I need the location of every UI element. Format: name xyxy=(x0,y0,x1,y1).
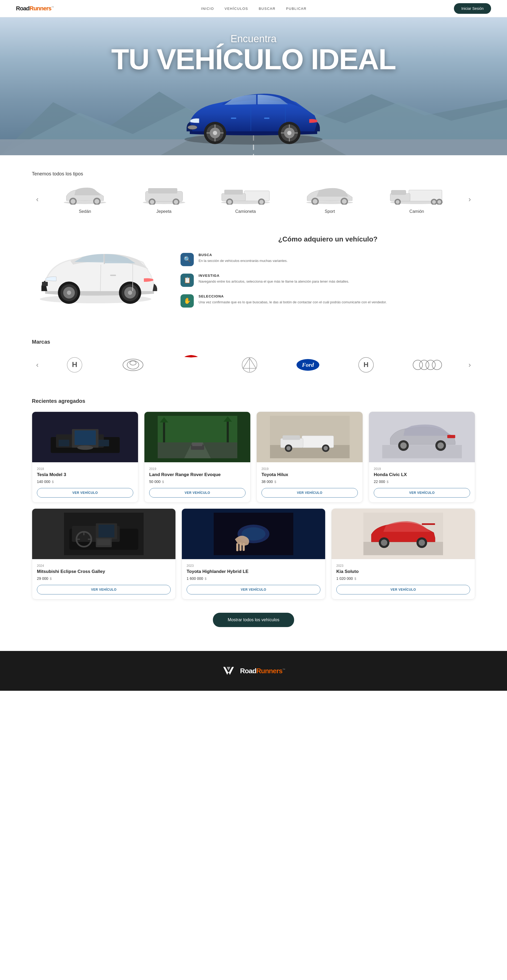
svg-rect-56 xyxy=(391,190,406,194)
footer-logo-text: RoadRunners™ xyxy=(240,667,285,675)
svg-rect-147 xyxy=(364,542,443,555)
show-all-button[interactable]: Mostrar todos los vehículos xyxy=(213,613,294,627)
svg-point-52 xyxy=(342,199,347,204)
brands-prev-btn[interactable]: ‹ xyxy=(32,361,43,369)
card-body-eclipse: 2024 Mitsubishi Eclipse Cross Galley 29 … xyxy=(32,559,175,599)
svg-text:H: H xyxy=(72,360,77,369)
type-item-jepeeta[interactable]: Jepeeta xyxy=(140,185,188,214)
svg-point-39 xyxy=(174,200,178,204)
svg-rect-27 xyxy=(231,118,236,119)
svg-rect-108 xyxy=(227,420,229,442)
brands-next-btn[interactable]: › xyxy=(464,361,475,369)
svg-rect-35 xyxy=(148,188,177,194)
nav-inicio[interactable]: INICIO xyxy=(201,6,214,11)
type-item-camioneta[interactable]: Camioneta xyxy=(219,185,272,214)
card-name-eclipse: Mitsubishi Eclipse Cross Galley xyxy=(37,569,171,574)
login-button[interactable]: Iniciar Sesión xyxy=(454,3,491,14)
btn-ver-kia[interactable]: VER VEHÍCULO xyxy=(336,585,470,594)
btn-ver-hilux[interactable]: VER VEHÍCULO xyxy=(261,488,358,498)
types-prev-btn[interactable]: ‹ xyxy=(32,195,43,204)
btn-ver-tesla[interactable]: VER VEHÍCULO xyxy=(37,488,133,498)
type-item-sport[interactable]: Sport xyxy=(303,185,356,214)
brand-tesla[interactable] xyxy=(179,353,203,377)
card-img-highlander xyxy=(182,509,325,559)
how-step-busca: 🔍 BUSCA En la sección de vehículos encon… xyxy=(180,253,475,266)
card-name-hilux: Toyota Hilux xyxy=(261,472,358,477)
svg-rect-101 xyxy=(59,440,69,446)
card-img-hilux xyxy=(257,412,363,462)
card-img-tesla xyxy=(32,412,138,462)
card-price-tesla: 140 000 $ xyxy=(37,479,133,484)
how-step-investiga-label: INVESTIGA xyxy=(199,274,349,278)
brand-ford[interactable]: Ford xyxy=(296,353,320,377)
footer: RoadRunners™ xyxy=(0,651,507,691)
brand-audi[interactable] xyxy=(413,353,444,377)
svg-point-119 xyxy=(286,446,291,450)
svg-text:Ford: Ford xyxy=(301,361,314,368)
nav-vehiculos[interactable]: VEHÍCULOS xyxy=(225,6,248,11)
svg-point-50 xyxy=(313,199,317,204)
hero-car xyxy=(174,81,333,150)
card-name-landrover: Land Rover Range Rover Evoque xyxy=(149,472,246,477)
how-step-selecciona-label: SELECCIONA xyxy=(199,294,387,298)
types-title: Tenemos todos los tipos xyxy=(32,171,475,177)
svg-line-85 xyxy=(243,358,250,368)
recent-title: Recientes agregados xyxy=(32,398,475,404)
card-highlander: 2023 Toyota Highlander Hybrid LE 1 600 0… xyxy=(182,508,325,600)
svg-point-9 xyxy=(188,125,197,129)
btn-ver-highlander[interactable]: VER VEHÍCULO xyxy=(187,585,320,594)
type-item-sedan[interactable]: Sedán xyxy=(61,185,109,214)
hero-title: TU VEHÍCULO IDEAL xyxy=(0,45,507,74)
card-price-kia: 1 020 000 $ xyxy=(336,576,470,581)
currency-landrover: $ xyxy=(162,480,164,484)
card-img-kia xyxy=(332,509,475,559)
brand-mercedes[interactable] xyxy=(238,353,261,377)
nav-logo: RoadRunners™ xyxy=(16,5,54,12)
logo-text-main: Road xyxy=(16,5,29,12)
how-content: ¿Cómo adquiero un vehículo? 🔍 BUSCA En l… xyxy=(180,235,475,315)
btn-ver-civic[interactable]: VER VEHÍCULO xyxy=(374,488,470,498)
svg-point-58 xyxy=(396,200,400,204)
nav-buscar[interactable]: BUSCAR xyxy=(259,6,276,11)
type-label-camion: Camión xyxy=(409,209,424,214)
svg-rect-145 xyxy=(242,543,245,551)
svg-rect-99 xyxy=(75,430,96,445)
svg-point-30 xyxy=(71,199,75,204)
svg-point-21 xyxy=(287,131,292,135)
footer-logo-accent: Runners xyxy=(256,667,282,675)
type-car-sport xyxy=(303,185,356,206)
how-step-selecciona-text: SELECCIONA Una vez confirmaste que es lo… xyxy=(199,294,387,305)
btn-ver-eclipse[interactable]: VER VEHÍCULO xyxy=(37,585,171,594)
type-item-camion[interactable]: Camión xyxy=(387,185,446,214)
nav-publicar[interactable]: PUBLICAR xyxy=(286,6,306,11)
svg-point-73 xyxy=(128,291,132,295)
svg-rect-26 xyxy=(264,118,269,119)
navbar: RoadRunners™ INICIO VEHÍCULOS BUSCAR PUB… xyxy=(0,0,507,17)
card-civic: 2019 Honda Civic LX 22 000 $ VER VEHÍCUL… xyxy=(369,412,475,503)
svg-point-32 xyxy=(94,199,99,204)
card-year-highlander: 2023 xyxy=(187,564,320,568)
types-section: Tenemos todos los tipos ‹ Sedán xyxy=(0,155,507,224)
card-landrover: 2019 Land Rover Range Rover Evoque 50 00… xyxy=(144,412,250,503)
brand-hyundai[interactable]: H xyxy=(63,353,86,377)
svg-rect-42 xyxy=(222,194,246,201)
brand-honda[interactable]: H xyxy=(354,353,378,377)
types-next-btn[interactable]: › xyxy=(464,195,475,204)
brands-row: ‹ H xyxy=(32,353,475,377)
svg-point-125 xyxy=(400,442,407,449)
svg-point-62 xyxy=(437,200,441,204)
how-icon-busca: 🔍 xyxy=(180,253,194,266)
show-all-wrap: Mostrar todos los vehículos xyxy=(32,610,475,640)
card-hilux: 2019 Toyota Hilux 38 000 $ VER VEHÍCULO xyxy=(257,412,363,503)
recent-section: Recientes agregados 2018 xyxy=(0,387,507,651)
svg-point-92 xyxy=(419,360,429,370)
card-body-hilux: 2019 Toyota Hilux 38 000 $ VER VEHÍCULO xyxy=(257,462,363,502)
card-eclipse: 2024 Mitsubishi Eclipse Cross Galley 29 … xyxy=(32,508,176,600)
brand-toyota[interactable] xyxy=(121,353,145,377)
currency-tesla: $ xyxy=(52,480,54,484)
svg-rect-133 xyxy=(99,525,115,538)
svg-rect-54 xyxy=(409,190,442,201)
how-icon-investiga: 📋 xyxy=(180,274,194,287)
btn-ver-landrover[interactable]: VER VEHÍCULO xyxy=(149,488,246,498)
how-step-selecciona: ✋ SELECCIONA Una vez confirmaste que es … xyxy=(180,294,475,307)
